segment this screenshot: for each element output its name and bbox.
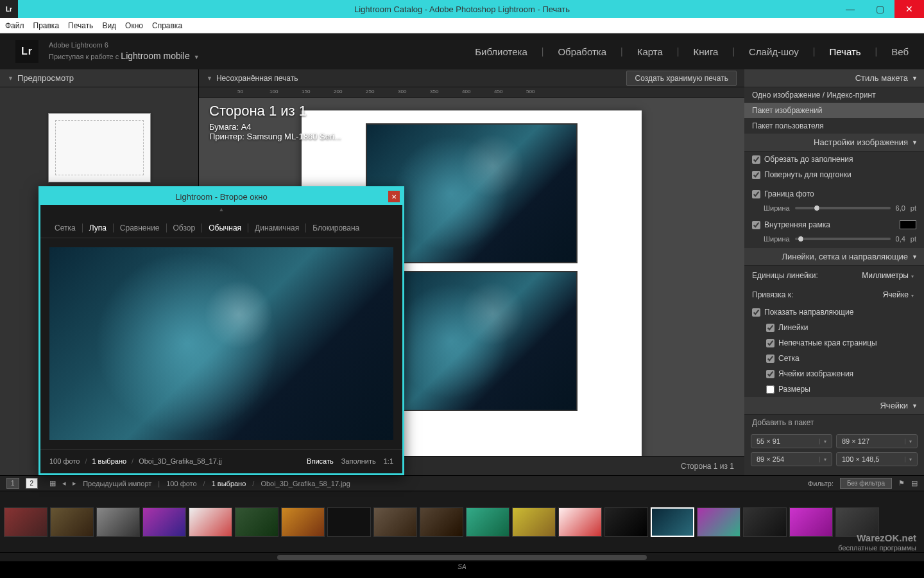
inner-width-slider[interactable]: Ширина0,4pt [744, 232, 924, 248]
style-custom[interactable]: Пакет пользователя [744, 118, 924, 134]
guide-grid-row[interactable]: Сетка [744, 351, 924, 366]
nav-fwd-icon[interactable]: ▸ [73, 479, 76, 487]
module-map[interactable]: Карта [637, 46, 663, 57]
filmstrip-thumb[interactable] [558, 507, 602, 537]
filmstrip-thumb[interactable] [420, 507, 463, 537]
preview-page-thumb[interactable] [48, 113, 151, 182]
cell-size-button[interactable]: 89 × 254▾ [751, 452, 832, 466]
menu-view[interactable]: Вид [102, 21, 116, 30]
cell-size-button[interactable]: 55 × 91▾ [751, 434, 832, 448]
module-book[interactable]: Книга [694, 46, 719, 57]
menu-edit[interactable]: Правка [33, 21, 60, 30]
cell-size-button[interactable]: 89 × 127▾ [836, 434, 918, 448]
zoom-fill[interactable]: Заполнить [341, 457, 376, 465]
filmstrip-thumb[interactable] [789, 507, 833, 537]
win2-title: Lightroom - Второе окно [175, 192, 267, 202]
tab-live[interactable]: Динамичная [248, 223, 306, 232]
style-single[interactable]: Одно изображение / Индекс-принт [744, 87, 924, 103]
win2-image[interactable] [49, 247, 393, 440]
snap-dropdown[interactable]: Ячейке▾ [880, 289, 916, 301]
menu-help[interactable]: Справка [152, 21, 182, 30]
filter-dropdown[interactable]: Без фильтра [840, 478, 892, 489]
filmstrip-thumb[interactable] [512, 507, 556, 537]
tab-normal[interactable]: Обычная [202, 223, 248, 232]
secondary-window[interactable]: Lightroom - Второе окно ✕ ▲ Сетка Лупа С… [38, 186, 404, 475]
filmstrip-thumb[interactable] [697, 507, 740, 537]
ruler-units-row[interactable]: Единицы линейки:Миллиметры▾ [744, 266, 924, 285]
cell-size-button[interactable]: 100 × 148,5▾ [836, 452, 918, 466]
monitor-2-button[interactable]: 2 [26, 478, 38, 489]
menu-file[interactable]: Файл [5, 21, 24, 30]
filter-lock-icon[interactable]: ▤ [911, 479, 918, 487]
crop-checkbox[interactable] [752, 155, 760, 164]
collapse-icon[interactable]: ▲ [40, 205, 402, 213]
filmstrip-thumb[interactable] [50, 507, 94, 537]
close-button[interactable]: ✕ [894, 0, 924, 18]
tab-grid[interactable]: Сетка [48, 223, 83, 232]
show-guides-checkbox[interactable] [752, 308, 760, 317]
filmstrip[interactable] [0, 491, 924, 552]
filmstrip-thumb-selected[interactable] [651, 507, 694, 537]
tab-survey[interactable]: Обзор [167, 223, 203, 232]
tab-loupe[interactable]: Лупа [83, 223, 114, 232]
rotate-checkbox[interactable] [752, 171, 760, 179]
units-dropdown[interactable]: Миллиметры▾ [859, 270, 916, 281]
maximize-button[interactable]: ▢ [865, 0, 894, 18]
minimize-button[interactable]: — [835, 0, 865, 18]
page-info-overlay: Сторона 1 из 1 Бумага: A4 Принтер: Samsu… [209, 103, 341, 141]
menu-window[interactable]: Окно [125, 21, 143, 30]
guide-dimensions-row[interactable]: Размеры [744, 381, 924, 397]
inner-stroke-row[interactable]: Внутренняя рамка [744, 217, 924, 232]
filmstrip-thumb[interactable] [4, 507, 47, 537]
collection-label[interactable]: Предыдущий импорт [83, 480, 151, 487]
filmstrip-thumb[interactable] [235, 507, 278, 537]
monitor-1-button[interactable]: 1 [6, 478, 19, 489]
module-library[interactable]: Библиотека [475, 46, 527, 57]
inner-checkbox[interactable] [752, 221, 760, 229]
filmstrip-thumb[interactable] [281, 507, 325, 537]
flag-filter-icon[interactable]: ⚑ [898, 479, 905, 487]
snap-row[interactable]: Привязка к:Ячейке▾ [744, 285, 924, 304]
zoom-fit[interactable]: Вписать [307, 457, 334, 465]
module-slideshow[interactable]: Слайд-шоу [749, 46, 799, 57]
create-saved-print-button[interactable]: Создать хранимую печать [626, 71, 737, 86]
module-develop[interactable]: Обработка [558, 46, 606, 57]
module-web[interactable]: Веб [891, 46, 909, 57]
filmstrip-thumb[interactable] [327, 507, 371, 537]
stroke-color-swatch[interactable] [900, 220, 916, 229]
chevron-down-icon[interactable]: ▼ [194, 54, 200, 60]
border-width-slider[interactable]: Ширина6,0pt [744, 202, 924, 217]
nav-back-icon[interactable]: ◂ [62, 479, 66, 487]
border-checkbox[interactable] [752, 190, 760, 198]
image-settings-header[interactable]: Настройки изображения▼ [744, 134, 924, 152]
mobile-link[interactable]: Lightroom mobile [121, 51, 189, 61]
filmstrip-thumb[interactable] [96, 507, 140, 537]
style-package[interactable]: Пакет изображений [744, 103, 924, 118]
cells-header[interactable]: Ячейки▼ [744, 397, 924, 415]
tab-locked[interactable]: Блокирована [306, 223, 366, 232]
crop-to-fill-row[interactable]: Обрезать до заполнения [744, 152, 924, 167]
win2-close-button[interactable]: ✕ [388, 191, 400, 202]
menu-print[interactable]: Печать [68, 21, 93, 30]
filmstrip-thumb[interactable] [189, 507, 232, 537]
show-guides-row[interactable]: Показать направляющие [744, 304, 924, 320]
rotate-to-fit-row[interactable]: Повернуть для подгонки [744, 167, 924, 182]
guide-bleed-row[interactable]: Непечатные края страницы [744, 335, 924, 351]
module-print[interactable]: Печать [829, 46, 860, 57]
layout-style-header[interactable]: Стиль макета▼ [744, 69, 924, 87]
guide-cells-row[interactable]: Ячейки изображения [744, 366, 924, 381]
filmstrip-thumb[interactable] [466, 507, 509, 537]
win2-count: 100 фото [49, 457, 80, 465]
guide-rulers-row[interactable]: Линейки [744, 320, 924, 335]
zoom-1to1[interactable]: 1:1 [384, 457, 393, 465]
guides-header[interactable]: Линейки, сетка и направляющие▼ [744, 248, 924, 266]
photo-border-row[interactable]: Граница фото [744, 186, 924, 202]
tab-compare[interactable]: Сравнение [114, 223, 167, 232]
filmstrip-scrollbar[interactable] [0, 552, 924, 561]
filmstrip-thumb[interactable] [373, 507, 417, 537]
grid-icon[interactable]: ▦ [49, 479, 56, 487]
filmstrip-thumb[interactable] [743, 507, 787, 537]
filmstrip-thumb[interactable] [142, 507, 186, 537]
filmstrip-thumb[interactable] [604, 507, 648, 537]
preview-header[interactable]: ▼Предпросмотр [0, 69, 198, 87]
